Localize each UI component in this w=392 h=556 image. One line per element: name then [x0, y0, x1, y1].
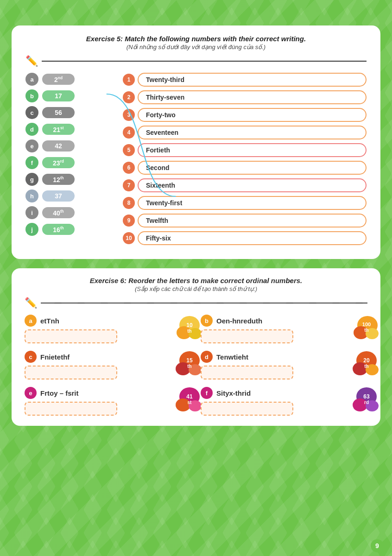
- ex6-circle-e: e: [25, 387, 37, 399]
- right-num-2: 2: [123, 91, 135, 103]
- svg-text:10: 10: [186, 322, 193, 329]
- item-label-i: i: [25, 206, 38, 219]
- list-item: 3 Forty-two: [123, 108, 367, 122]
- list-item: 9 Twelfth: [123, 214, 367, 227]
- item-value-j: 16th: [42, 224, 75, 235]
- exercise5-title: Exercise 5: Match the following numbers …: [25, 35, 367, 43]
- list-item: 2 Thirty-seven: [123, 90, 367, 104]
- right-num-9: 9: [123, 215, 135, 227]
- item-value-f: 23rd: [42, 157, 75, 169]
- ex6-item-b: b Oen-hnreduth 100 th: [201, 315, 367, 343]
- ex6-answer-b[interactable]: [201, 329, 293, 343]
- right-text-3: Forty-two: [138, 108, 367, 122]
- list-item: h 37: [25, 190, 118, 202]
- svg-text:th: th: [364, 364, 368, 369]
- svg-text:th: th: [364, 328, 368, 333]
- ex6-item-a: a etTnh 10 th: [25, 315, 191, 343]
- ex6-circle-f: f: [201, 387, 213, 399]
- item-label-c: c: [25, 106, 38, 119]
- list-item: a 2nd: [25, 73, 118, 86]
- list-item: e 42: [25, 139, 118, 152]
- list-item: 5 Fortieth: [123, 143, 367, 157]
- list-item: 1 Twenty-third: [123, 73, 367, 87]
- exercise6-title: Exercise 6: Reorder the letters to make …: [25, 277, 367, 284]
- svg-text:15: 15: [186, 357, 193, 364]
- ex6-item-d: d Tenwtieht 20 th: [201, 351, 367, 379]
- list-item: i 40th: [25, 206, 118, 219]
- pencil-divider-2: ✏️: [25, 297, 367, 309]
- svg-text:th: th: [187, 364, 191, 369]
- badge-100th: 100 th: [350, 312, 381, 344]
- svg-text:63: 63: [363, 393, 370, 400]
- right-num-1: 1: [123, 74, 135, 86]
- right-text-4: Seventeen: [138, 126, 367, 139]
- item-label-e: e: [25, 139, 38, 152]
- svg-text:20: 20: [363, 357, 370, 364]
- ex6-circle-b: b: [201, 315, 213, 327]
- ex6-answer-e[interactable]: [25, 402, 117, 416]
- item-label-g: g: [25, 173, 38, 186]
- left-column: a 2nd b 17 c 56 d 21st e 42 f 23rd: [25, 73, 118, 245]
- ex6-label-row-f: f Sityx-thrid: [201, 387, 367, 399]
- list-item: 7 Sixteenth: [123, 178, 367, 192]
- ex6-circle-d: d: [201, 351, 213, 363]
- list-item: f 23rd: [25, 156, 118, 169]
- list-item: 8 Twenty-first: [123, 196, 367, 210]
- right-column: 1 Twenty-third 2 Thirty-seven 3 Forty-tw…: [123, 73, 367, 245]
- item-label-f: f: [25, 156, 38, 169]
- item-label-b: b: [25, 89, 38, 102]
- ex6-circle-a: a: [25, 315, 37, 327]
- exercise6-grid: a etTnh 10 th b Oen-hnreduth: [25, 315, 367, 416]
- ex6-word-f: Sityx-thrid: [216, 389, 251, 397]
- item-value-i: 40th: [42, 207, 75, 219]
- right-text-7: Sixteenth: [138, 178, 367, 192]
- ex6-label-row-e: e Frtoy – fsrit: [25, 387, 191, 399]
- right-num-4: 4: [123, 126, 135, 139]
- divider-line-2: [41, 303, 367, 303]
- right-num-8: 8: [123, 197, 135, 209]
- svg-text:41: 41: [186, 393, 193, 400]
- ex6-answer-a[interactable]: [25, 329, 117, 343]
- item-value-h: 37: [42, 190, 75, 202]
- exercise6-subtitle: (Sắp xếp các chữ cái để tạo thành số thứ…: [25, 285, 367, 292]
- ex6-item-e: e Frtoy – fsrit 41 st: [25, 387, 191, 416]
- list-item: 4 Seventeen: [123, 126, 367, 139]
- item-label-h: h: [25, 190, 38, 202]
- svg-text:rd: rd: [364, 400, 369, 405]
- list-item: 10 Fifty-six: [123, 231, 367, 245]
- list-item: 6 Second: [123, 161, 367, 175]
- ex6-label-row-b: b Oen-hnreduth: [201, 315, 367, 327]
- right-text-6: Second: [138, 161, 367, 175]
- exercise6-card: Exercise 6: Reorder the letters to make …: [12, 268, 380, 426]
- ex6-word-c: Fnietethf: [40, 353, 70, 361]
- item-value-b: 17: [42, 90, 75, 101]
- pencil-divider: ✏️: [25, 55, 367, 67]
- item-value-c: 56: [42, 107, 75, 118]
- pencil-icon-2: ✏️: [25, 297, 37, 309]
- pencil-icon: ✏️: [25, 55, 38, 67]
- divider-line: [42, 61, 367, 62]
- ex6-answer-c[interactable]: [25, 366, 117, 379]
- ex6-item-f: f Sityx-thrid 63 rd: [201, 387, 367, 416]
- item-value-a: 2nd: [42, 74, 75, 85]
- ex6-label-row-c: c Fnietethf: [25, 351, 191, 363]
- right-num-7: 7: [123, 179, 135, 191]
- item-label-a: a: [25, 73, 38, 86]
- item-value-e: 42: [42, 140, 75, 152]
- ex6-label-row-a: a etTnh: [25, 315, 191, 327]
- right-text-1: Twenty-third: [138, 73, 367, 87]
- ex6-word-a: etTnh: [40, 317, 59, 325]
- page-number: 9: [371, 539, 384, 552]
- right-num-6: 6: [123, 162, 135, 174]
- right-text-5: Fortieth: [138, 143, 367, 157]
- ex6-answer-d[interactable]: [201, 366, 293, 379]
- item-value-d: 21st: [42, 124, 75, 135]
- ex6-circle-c: c: [25, 351, 37, 363]
- right-text-8: Twenty-first: [138, 196, 367, 210]
- badge-20th: 20 th: [350, 348, 381, 380]
- right-text-10: Fifty-six: [138, 231, 367, 245]
- item-label-j: j: [25, 223, 38, 236]
- svg-text:100: 100: [362, 322, 371, 327]
- ex6-answer-f[interactable]: [201, 402, 293, 416]
- exercise5-card: Exercise 5: Match the following numbers …: [12, 25, 380, 259]
